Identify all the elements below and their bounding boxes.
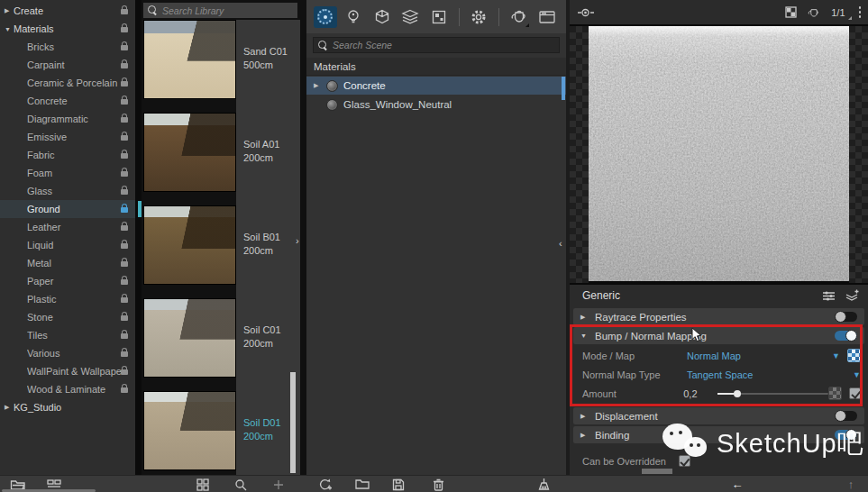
textures-tab-icon[interactable] [427, 6, 451, 28]
sidebar-item-kg-studio[interactable]: ▶KG_Studio [0, 398, 135, 416]
toolbar-separator [498, 8, 499, 26]
sidebar-item-fabric[interactable]: Fabric [0, 146, 135, 164]
raytrace-toggle[interactable] [835, 312, 857, 322]
chevron-down-icon: ▼ [580, 333, 588, 339]
folder-icon[interactable] [353, 477, 371, 492]
scene-search[interactable] [313, 37, 560, 53]
map-slot-icon[interactable] [847, 349, 861, 362]
sidebar-item-concrete[interactable]: Concrete [0, 92, 135, 110]
material-thumbnail[interactable] [143, 205, 236, 285]
map-slot-icon-disabled[interactable] [828, 387, 842, 400]
sidebar-item-stone[interactable]: Stone [0, 308, 135, 326]
library-search-input[interactable] [162, 5, 293, 16]
section-bump-normal-mapping[interactable]: ▼ Bump / Normal Mapping [573, 327, 864, 344]
sidebar-item-tiles[interactable]: Tiles [0, 326, 135, 344]
save-icon[interactable] [389, 477, 407, 492]
material-thumbnail[interactable] [143, 298, 236, 378]
sidebar-item-various[interactable]: Various [0, 344, 135, 362]
bump-toggle[interactable] [835, 331, 857, 341]
library-item-soil-c01[interactable]: Soil C01200cm [143, 298, 300, 378]
tree-item-glass-window-neutral[interactable]: Glass_Window_Neutral [306, 96, 566, 114]
section-raytrace-properties[interactable]: ▶ Raytrace Properties [573, 308, 864, 325]
row-amount: Amount 0,2 [570, 384, 868, 403]
sidebar-item-ground[interactable]: Ground [0, 200, 135, 218]
add-layer-icon[interactable] [845, 289, 859, 302]
lock-icon [121, 279, 128, 285]
material-thumbnail[interactable] [143, 113, 236, 192]
horizontal-scrollbar-thumb[interactable] [642, 469, 672, 474]
library-search[interactable] [143, 3, 297, 18]
lock-icon [121, 351, 128, 357]
search-select-icon[interactable] [232, 477, 250, 492]
amount-checkbox[interactable] [849, 387, 861, 399]
settings-gear-icon[interactable] [467, 6, 490, 28]
bump-texture-image [589, 26, 849, 281]
materials-tab-icon[interactable] [314, 6, 337, 28]
bottom-toolbar: ← ↑ [0, 475, 868, 492]
scene-scrollbar[interactable] [562, 77, 565, 100]
sidebar-item-plastic[interactable]: Plastic [0, 290, 135, 308]
sidebar-item-diagrammatic[interactable]: Diagrammatic [0, 110, 135, 128]
amount-slider[interactable] [717, 393, 829, 395]
generic-header: Generic [570, 285, 868, 306]
sidebar-item-liquid[interactable]: Liquid [0, 236, 135, 254]
geometry-tab-icon[interactable] [370, 6, 394, 28]
sidebar-item-ceramic-porcelain[interactable]: Ceramic & Porcelain [0, 74, 135, 92]
library-item-soil-b01[interactable]: Soil B01200cm [143, 205, 300, 285]
scene-search-input[interactable] [333, 40, 554, 50]
update-asset-icon[interactable] [315, 477, 333, 492]
collapse-panel-chevron-icon[interactable]: ‹ [559, 238, 562, 249]
frame-buffer-icon[interactable] [535, 6, 559, 28]
library-item-soil-d01[interactable]: Soil D01200cm [143, 391, 300, 470]
sidebar-item-paper[interactable]: Paper [0, 272, 135, 290]
amount-value[interactable]: 0,2 [683, 388, 697, 399]
delete-trash-icon[interactable] [429, 477, 447, 492]
up-arrow-icon[interactable]: ↑ [842, 477, 860, 492]
chevron-right-icon: ▶ [580, 413, 588, 420]
sidebar-item-metal[interactable]: Metal [0, 254, 135, 272]
lock-icon [121, 369, 128, 375]
layers-tab-icon[interactable] [399, 6, 423, 28]
tree-item-concrete[interactable]: ▶ Concrete [306, 77, 566, 95]
purge-broom-icon[interactable] [535, 477, 553, 492]
sidebar-item-foam[interactable]: Foam [0, 164, 135, 182]
chevron-right-icon: ▶ [580, 314, 588, 321]
more-menu-icon[interactable] [859, 6, 862, 18]
library-item-sand-c01[interactable]: Sand C01500cm [143, 20, 300, 99]
material-thumbnail[interactable] [143, 391, 236, 470]
sidebar-item-bricks[interactable]: Bricks [0, 38, 135, 56]
render-teapot-icon[interactable] [507, 6, 531, 28]
chevron-right-icon: ▶ [5, 7, 14, 14]
grid-view-icon[interactable] [194, 477, 212, 492]
sidebar-item-wallpaint-wallpaper[interactable]: WallPaint & Wallpaper [0, 362, 135, 380]
sidebar-item-wood-laminate[interactable]: Wood & Laminate [0, 380, 135, 398]
sidebar-item-materials[interactable]: ▼Materials [0, 20, 135, 38]
library-scrollbar[interactable] [290, 372, 296, 473]
scene-panel: Materials ▶ Concrete Glass_Window_Neutra… [306, 0, 566, 475]
back-arrow-icon[interactable]: ← [728, 477, 746, 492]
slider-handle[interactable] [734, 390, 741, 397]
panel-divider [300, 0, 306, 475]
sidebar-item-emissive[interactable]: Emissive [0, 128, 135, 146]
sidebar-item-leather[interactable]: Leather [0, 218, 135, 236]
checker-swatch-icon[interactable] [785, 6, 797, 18]
lock-icon [121, 261, 128, 267]
render-teapot-icon[interactable] [806, 6, 822, 19]
filter-sliders-icon[interactable] [822, 290, 836, 302]
material-thumbnail[interactable] [143, 20, 236, 99]
sidebar-item-glass[interactable]: Glass [0, 182, 135, 200]
displacement-toggle[interactable] [835, 411, 857, 421]
dropdown-chevron-icon[interactable]: ▼ [853, 370, 861, 379]
section-displacement[interactable]: ▶ Displacement [573, 407, 864, 424]
library-item-soil-a01[interactable]: Soil A01200cm [143, 113, 300, 192]
category-sidebar: ▶Create ▼Materials Bricks Carpaint Ceram… [0, 0, 135, 475]
sidebar-item-create[interactable]: ▶Create [0, 2, 135, 20]
mouse-cursor [691, 327, 704, 343]
expand-library-chevron-icon[interactable]: › [296, 235, 299, 246]
sidebar-item-carpaint[interactable]: Carpaint [0, 56, 135, 74]
dropdown-chevron-icon[interactable]: ▼ [832, 351, 840, 360]
frame-counter[interactable]: 1/1 [831, 7, 849, 18]
lights-tab-icon[interactable] [343, 6, 366, 28]
add-icon[interactable] [270, 477, 288, 492]
texture-slot-icon[interactable] [577, 6, 595, 19]
